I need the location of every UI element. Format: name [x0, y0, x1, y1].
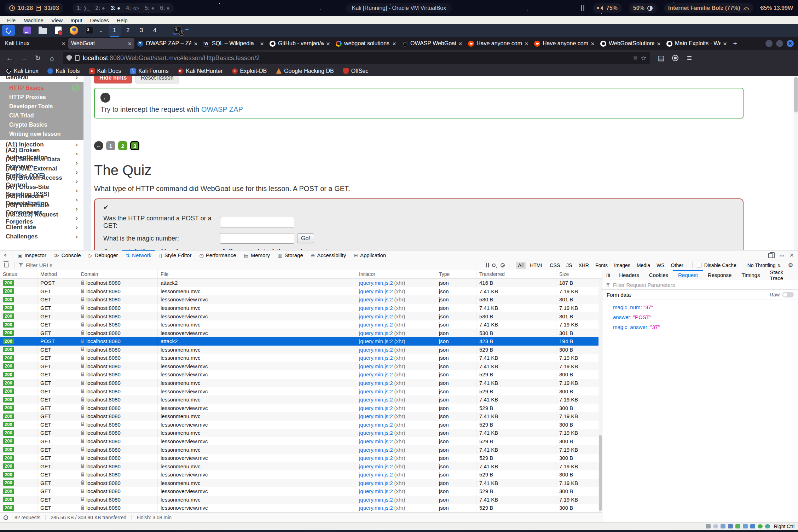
initiator-link[interactable]: jquery.min.js:2: [359, 480, 393, 486]
initiator-link[interactable]: jquery.min.js:2: [359, 405, 393, 411]
devtools-tab[interactable]: Network: [122, 250, 155, 260]
display[interactable]: [750, 524, 755, 528]
back-button[interactable]: [4, 52, 16, 64]
tab-close-icon[interactable]: [326, 40, 330, 47]
type-filter-button[interactable]: CSS: [547, 262, 562, 269]
devtools-menu-icon[interactable]: [780, 252, 785, 259]
owasp-zap-link[interactable]: OWASP ZAP: [201, 105, 243, 113]
column-header[interactable]: Size: [556, 270, 602, 278]
initiator-link[interactable]: jquery.min.js:2: [359, 305, 393, 311]
network-list-scrollbar[interactable]: [598, 279, 602, 512]
devtools-tab[interactable]: Inspector: [14, 250, 50, 260]
initiator-link[interactable]: jquery.min.js:2: [359, 363, 393, 369]
network-request-row[interactable]: 200 GET localhost:8080 lessonoverview.mv…: [0, 487, 602, 496]
initiator-link[interactable]: jquery.min.js:2: [359, 463, 393, 469]
workspace-item[interactable]: 2:: [95, 5, 105, 11]
browser-tab[interactable]: Have anyone comple: [531, 38, 597, 49]
minimize-button[interactable]: [765, 40, 773, 47]
forward-button[interactable]: [18, 52, 30, 64]
network-settings-gear-icon[interactable]: [788, 262, 793, 268]
network-request-row[interactable]: 200 GET localhost:8080 lessonmenu.mvc jq…: [0, 379, 602, 387]
tab-close-icon[interactable]: [458, 40, 462, 47]
network-list-scrollbar-thumb[interactable]: [599, 435, 602, 511]
details-tab[interactable]: Cookies: [644, 270, 673, 280]
initiator-link[interactable]: jquery.min.js:2: [359, 347, 393, 353]
network-request-row[interactable]: 200 GET localhost:8080 lessonmenu.mvc jq…: [0, 304, 602, 312]
initiator-link[interactable]: jquery.min.js:2: [359, 505, 393, 511]
tracking-protection-shield-icon[interactable]: [66, 55, 72, 61]
network-request-row[interactable]: 200 POST localhost:8080 attack2 jquery.m…: [0, 279, 602, 287]
bookmark-item[interactable]: Kali NetHunter: [178, 68, 223, 74]
network[interactable]: [728, 524, 733, 528]
initiator-link[interactable]: jquery.min.js:2: [359, 355, 393, 361]
clear-requests-icon[interactable]: [4, 263, 8, 267]
initiator-link[interactable]: jquery.min.js:2: [359, 472, 393, 478]
address-bar[interactable]: localhost:8080/WebGoat/start.mvc#lesson/…: [63, 52, 650, 64]
browser-tab[interactable]: GitHub - vernjan/we: [267, 38, 333, 49]
brightness-widget[interactable]: 50%: [629, 3, 657, 13]
maximize-button[interactable]: [776, 40, 783, 47]
details-tab[interactable]: Request: [673, 270, 703, 280]
browser-tab[interactable]: OWASP WebGoat: G: [399, 38, 465, 49]
type-filter-button[interactable]: Media: [634, 262, 653, 269]
network-request-row[interactable]: 200 GET localhost:8080 lessonoverview.mv…: [0, 329, 602, 337]
column-header[interactable]: Initiator: [356, 270, 436, 278]
battery-status[interactable]: 85% 13.99W: [761, 5, 793, 11]
initiator-link[interactable]: jquery.min.js:2: [359, 371, 393, 377]
tab-close-icon[interactable]: [260, 40, 264, 47]
sidebar-category-general[interactable]: General: [0, 76, 83, 82]
browser-tab[interactable]: OWASP ZAP – ZAP i: [134, 38, 201, 49]
optical-drives[interactable]: [713, 524, 718, 528]
reader-mode-icon[interactable]: [633, 55, 637, 62]
initiator-link[interactable]: jquery.min.js:2: [359, 338, 393, 344]
tab-close-icon[interactable]: [194, 40, 198, 47]
pager-workspace-button[interactable]: 3: [135, 25, 148, 36]
search-icon[interactable]: [492, 264, 496, 267]
account-icon[interactable]: [669, 52, 681, 64]
type-filter-button[interactable]: Other: [669, 262, 686, 269]
go-button[interactable]: Go!: [297, 233, 314, 243]
network-request-row[interactable]: 200 GET localhost:8080 lessonmenu.mvc jq…: [0, 354, 602, 362]
initiator-link[interactable]: jquery.min.js:2: [359, 296, 393, 302]
tray-indicator-icon[interactable]: [581, 5, 586, 11]
audio[interactable]: [721, 524, 725, 528]
filter-request-parameters-input[interactable]: [613, 282, 794, 288]
form-data-section-label[interactable]: Form data: [607, 292, 631, 298]
window-close-button[interactable]: [787, 40, 794, 47]
initiator-link[interactable]: jquery.min.js:2: [359, 422, 393, 428]
workspace-item[interactable]: 5:: [145, 5, 154, 11]
network-request-row[interactable]: 200 GET localhost:8080 lessonoverview.mv…: [0, 504, 602, 512]
raw-toggle[interactable]: [782, 292, 794, 297]
type-filter-button[interactable]: HTML: [527, 262, 546, 269]
menubar-item[interactable]: View: [48, 17, 66, 23]
initiator-link[interactable]: jquery.min.js:2: [359, 330, 393, 336]
folder-launcher[interactable]: [36, 25, 49, 36]
network-widget[interactable]: Internet Familie Bolz (77%): [664, 3, 754, 13]
network-request-row[interactable]: 200 GET localhost:8080 lessonoverview.mv…: [0, 437, 602, 446]
network-request-row[interactable]: 200 GET localhost:8080 lessonmenu.mvc jq…: [0, 445, 602, 454]
applications-menu-button[interactable]: [2, 25, 15, 36]
launcher-dropdown-icon[interactable]: [99, 28, 103, 33]
initiator-link[interactable]: jquery.min.js:2: [359, 447, 393, 453]
disable-cache-label[interactable]: Disable Cache: [704, 262, 736, 268]
menubar-item[interactable]: Devices: [87, 17, 112, 23]
network-request-row[interactable]: 200 GET localhost:8080 lessonmenu.mvc jq…: [0, 496, 602, 504]
network-request-row[interactable]: 200 GET localhost:8080 lessonmenu.mvc jq…: [0, 429, 602, 437]
bookmark-item[interactable]: Kali Linux: [6, 68, 38, 74]
new-tab-button[interactable]: [730, 38, 740, 49]
firefox-launcher[interactable]: [68, 25, 80, 36]
details-tab[interactable]: Stack Trace: [765, 270, 798, 280]
hide-hints-button[interactable]: Hide hints: [94, 76, 132, 83]
initiator-link[interactable]: jquery.min.js:2: [359, 388, 393, 394]
menubar-item[interactable]: Input: [67, 17, 86, 23]
bookmark-item[interactable]: Google Hacking DB: [276, 68, 334, 74]
page-scrollbar[interactable]: [794, 76, 798, 250]
page-number-button[interactable]: 1: [106, 141, 115, 150]
reset-lesson-button[interactable]: Reset lesson: [135, 76, 179, 83]
page-scrollbar-thumb[interactable]: [794, 77, 798, 112]
pick-element-icon[interactable]: [0, 250, 11, 260]
reload-button[interactable]: [32, 52, 44, 64]
details-tab[interactable]: Timings: [736, 270, 765, 280]
menubar-item[interactable]: Machine: [20, 17, 47, 23]
network-request-row[interactable]: 200 GET localhost:8080 lessonmenu.mvc jq…: [0, 287, 602, 296]
